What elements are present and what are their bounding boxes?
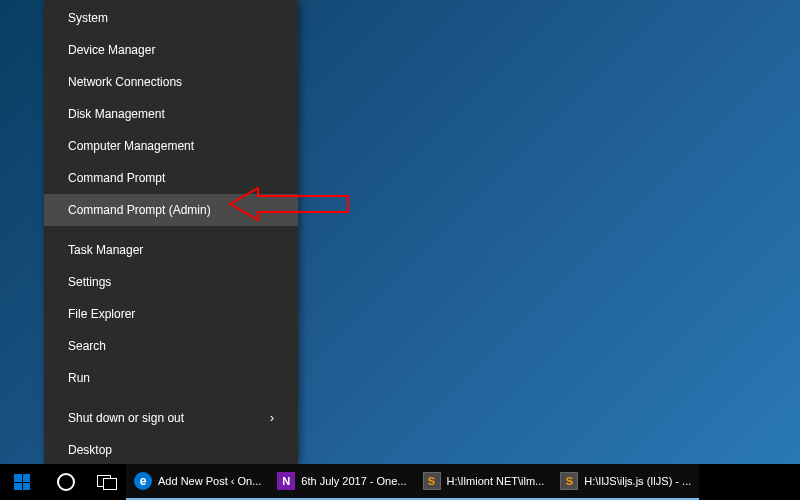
- sublime-icon: S: [423, 472, 441, 490]
- menu-label: Desktop: [68, 443, 112, 457]
- menu-label: Device Manager: [68, 43, 155, 57]
- chevron-right-icon: ›: [270, 411, 274, 425]
- menu-label: Run: [68, 371, 90, 385]
- menu-item-search[interactable]: Search: [44, 330, 298, 362]
- menu-label: File Explorer: [68, 307, 135, 321]
- taskbar: e Add New Post ‹ On... N 6th July 2017 -…: [0, 464, 800, 500]
- cortana-icon: [57, 473, 75, 491]
- menu-label: Settings: [68, 275, 111, 289]
- menu-item-command-prompt-admin[interactable]: Command Prompt (Admin): [44, 194, 298, 226]
- taskbar-app-label: H:\IlJS\iljs.js (IlJS) - ...: [584, 475, 691, 487]
- menu-item-computer-management[interactable]: Computer Management: [44, 130, 298, 162]
- task-view-icon: [97, 475, 117, 489]
- menu-label: Task Manager: [68, 243, 143, 257]
- menu-label: Search: [68, 339, 106, 353]
- menu-label: Shut down or sign out: [68, 411, 184, 425]
- menu-item-run[interactable]: Run: [44, 362, 298, 394]
- menu-item-system[interactable]: System: [44, 2, 298, 34]
- taskbar-app-label: 6th July 2017 - One...: [301, 475, 406, 487]
- cortana-button[interactable]: [44, 464, 88, 500]
- taskbar-app-edge[interactable]: e Add New Post ‹ On...: [126, 464, 269, 500]
- menu-item-device-manager[interactable]: Device Manager: [44, 34, 298, 66]
- menu-label: Network Connections: [68, 75, 182, 89]
- menu-item-command-prompt[interactable]: Command Prompt: [44, 162, 298, 194]
- start-button[interactable]: [0, 464, 44, 500]
- taskbar-app-sublime-1[interactable]: S H:\Ilmiont NET\ilm...: [415, 464, 553, 500]
- menu-label: Command Prompt (Admin): [68, 203, 211, 217]
- windows-logo-icon: [14, 474, 30, 490]
- task-view-button[interactable]: [88, 464, 126, 500]
- menu-item-desktop[interactable]: Desktop: [44, 434, 298, 466]
- menu-item-file-explorer[interactable]: File Explorer: [44, 298, 298, 330]
- menu-item-settings[interactable]: Settings: [44, 266, 298, 298]
- taskbar-app-label: Add New Post ‹ On...: [158, 475, 261, 487]
- menu-item-disk-management[interactable]: Disk Management: [44, 98, 298, 130]
- winx-power-menu: System Device Manager Network Connection…: [44, 0, 298, 464]
- menu-label: Disk Management: [68, 107, 165, 121]
- sublime-icon: S: [560, 472, 578, 490]
- taskbar-app-label: H:\Ilmiont NET\ilm...: [447, 475, 545, 487]
- menu-label: Computer Management: [68, 139, 194, 153]
- edge-icon: e: [134, 472, 152, 490]
- menu-item-task-manager[interactable]: Task Manager: [44, 234, 298, 266]
- taskbar-app-onenote[interactable]: N 6th July 2017 - One...: [269, 464, 414, 500]
- onenote-icon: N: [277, 472, 295, 490]
- menu-label: Command Prompt: [68, 171, 165, 185]
- taskbar-app-sublime-2[interactable]: S H:\IlJS\iljs.js (IlJS) - ...: [552, 464, 699, 500]
- menu-item-network-connections[interactable]: Network Connections: [44, 66, 298, 98]
- menu-item-shutdown[interactable]: Shut down or sign out ›: [44, 402, 298, 434]
- menu-label: System: [68, 11, 108, 25]
